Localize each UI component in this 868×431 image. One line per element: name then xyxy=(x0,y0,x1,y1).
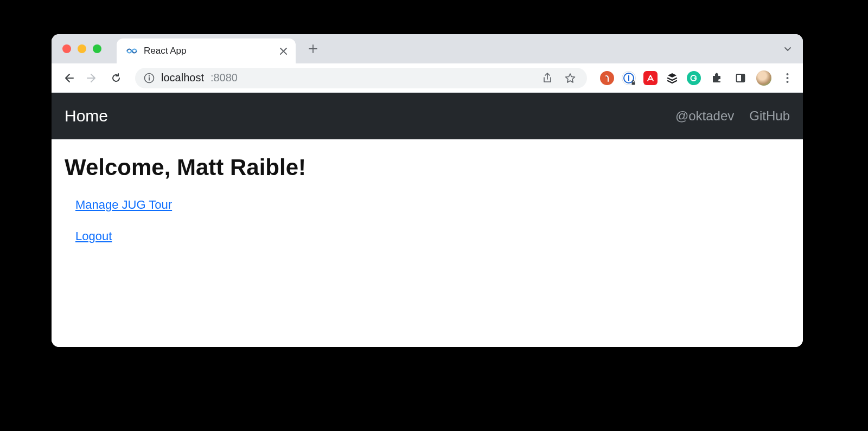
navlink-github[interactable]: GitHub xyxy=(749,108,790,124)
maximize-window-button[interactable] xyxy=(93,44,101,53)
extensions-button[interactable] xyxy=(709,70,725,86)
svg-point-8 xyxy=(716,73,718,75)
svg-rect-6 xyxy=(628,75,629,81)
svg-point-3 xyxy=(603,74,611,82)
url-host: localhost xyxy=(161,72,204,84)
extension-1password-icon[interactable] xyxy=(622,71,636,85)
logout-link[interactable]: Logout xyxy=(75,229,790,243)
extension-asciidoctor-icon[interactable] xyxy=(643,71,658,85)
manage-jug-tour-link[interactable]: Manage JUG Tour xyxy=(75,198,790,212)
site-info-icon[interactable] xyxy=(144,73,155,83)
welcome-heading: Welcome, Matt Raible! xyxy=(65,155,790,181)
favicon-react-icon xyxy=(126,46,137,56)
url-port: :8080 xyxy=(210,72,238,84)
svg-point-4 xyxy=(606,76,607,78)
close-window-button[interactable] xyxy=(62,44,71,53)
extension-buffer-icon[interactable] xyxy=(665,71,679,85)
share-button[interactable] xyxy=(539,70,556,86)
back-button[interactable] xyxy=(59,69,78,87)
browser-window: React App localhost:8080 xyxy=(52,34,803,347)
tab-title: React App xyxy=(144,46,272,56)
svg-point-1 xyxy=(149,75,150,76)
svg-point-13 xyxy=(786,81,788,83)
svg-rect-7 xyxy=(632,82,635,85)
svg-rect-10 xyxy=(741,74,745,82)
close-tab-button[interactable] xyxy=(278,46,288,56)
browser-menu-button[interactable] xyxy=(779,70,795,86)
browser-tab[interactable]: React App xyxy=(117,38,296,63)
page-body: Welcome, Matt Raible! Manage JUG Tour Lo… xyxy=(52,139,803,276)
svg-point-11 xyxy=(786,73,788,75)
forward-button[interactable] xyxy=(83,69,101,87)
svg-rect-2 xyxy=(149,77,150,80)
browser-toolbar: localhost:8080 xyxy=(52,63,803,93)
app-navbar: Home @oktadev GitHub xyxy=(52,93,803,139)
new-tab-button[interactable] xyxy=(302,38,324,60)
extensions-area xyxy=(600,70,795,86)
side-panel-button[interactable] xyxy=(732,70,749,86)
tabs-dropdown-button[interactable] xyxy=(783,44,792,53)
svg-point-12 xyxy=(786,77,788,79)
tab-strip: React App xyxy=(52,34,803,63)
extension-grammarly-icon[interactable] xyxy=(687,71,701,85)
address-bar[interactable]: localhost:8080 xyxy=(135,68,587,88)
navbar-right: @oktadev GitHub xyxy=(675,108,790,124)
bookmark-button[interactable] xyxy=(562,70,578,86)
minimize-window-button[interactable] xyxy=(78,44,86,53)
extension-duckduckgo-icon[interactable] xyxy=(600,71,614,85)
reload-button[interactable] xyxy=(107,69,125,87)
navbar-brand[interactable]: Home xyxy=(65,107,108,125)
profile-avatar[interactable] xyxy=(756,70,771,86)
page-content: Home @oktadev GitHub Welcome, Matt Raibl… xyxy=(52,93,803,347)
window-controls xyxy=(62,44,101,53)
navlink-oktadev[interactable]: @oktadev xyxy=(675,108,734,124)
